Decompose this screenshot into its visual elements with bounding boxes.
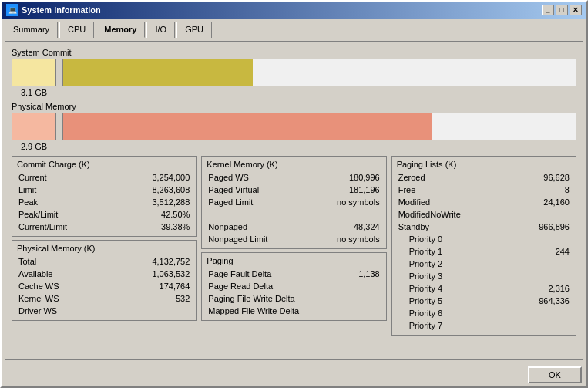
- cc-row-3: Peak/Limit 42.50%: [17, 208, 191, 221]
- physical-memory-data-title: Physical Memory (K): [17, 244, 191, 253]
- physical-memory-bar: [62, 113, 576, 140]
- km-row-2: Paged Limit no symbols: [207, 196, 381, 208]
- cc-row-2: Peak 3,512,288: [17, 196, 191, 208]
- pg-row-3: Mapped File Write Delta: [207, 305, 381, 317]
- system-commit-row: [12, 59, 576, 86]
- pl-row-11: Priority 6: [397, 307, 571, 319]
- pm-row-3: Kernel WS 532: [17, 292, 191, 305]
- physical-memory-label: Physical Memory: [12, 102, 576, 111]
- pl-row-1: Free 8: [397, 184, 571, 196]
- window: 💻 System Information _ □ ✕ Summary CPU M…: [0, 0, 588, 388]
- main-content: Summary CPU Memory I/O GPU System Commit: [2, 19, 586, 363]
- physical-memory-fill: [63, 113, 432, 140]
- pl-row-5: Priority 0: [397, 233, 571, 245]
- system-commit-value: 3.1 GB: [12, 88, 56, 97]
- tab-io[interactable]: I/O: [146, 22, 175, 38]
- pl-row-3: ModifiedNoWrite: [397, 208, 571, 221]
- paging-title: Paging: [207, 256, 381, 265]
- pm-row-4: Driver WS: [17, 305, 191, 317]
- bottom-bar: OK: [2, 363, 586, 386]
- physical-memory-group: Physical Memory 2.9 GB: [12, 102, 576, 151]
- km-row-spacer: [207, 208, 381, 221]
- kernel-memory-box: Kernel Memory (K) Paged WS 180,996 Paged…: [201, 156, 386, 249]
- column-1: Commit Charge (K) Current 3,254,000 Limi…: [12, 156, 197, 353]
- system-commit-label: System Commit: [12, 48, 576, 57]
- cc-row-1: Limit 8,263,608: [17, 184, 191, 196]
- system-commit-group: System Commit 3.1 GB: [12, 48, 576, 97]
- pl-row-9: Priority 4 2,316: [397, 282, 571, 295]
- commit-charge-title: Commit Charge (K): [17, 160, 191, 169]
- system-commit-box: [12, 59, 56, 86]
- system-commit-bar: [62, 59, 576, 86]
- cc-row-4: Current/Limit 39.38%: [17, 221, 191, 233]
- physical-memory-row: [12, 113, 576, 140]
- title-bar-left: 💻 System Information: [6, 4, 101, 16]
- tab-gpu[interactable]: GPU: [176, 22, 212, 38]
- pg-row-0: Page Fault Delta 1,138: [207, 268, 381, 280]
- km-row-4: Nonpaged 48,324: [207, 221, 381, 233]
- pl-row-7: Priority 2: [397, 258, 571, 270]
- title-bar: 💻 System Information _ □ ✕: [2, 2, 586, 19]
- pm-row-0: Total 4,132,752: [17, 255, 191, 268]
- paging-lists-title: Paging Lists (K): [397, 160, 571, 169]
- km-row-1: Paged Virtual 181,196: [207, 184, 381, 196]
- tab-memory[interactable]: Memory: [96, 22, 145, 38]
- pl-row-0: Zeroed 96,628: [397, 171, 571, 184]
- pg-row-1: Page Read Delta: [207, 280, 381, 292]
- chart-section: System Commit 3.1 GB Physical Memory: [12, 48, 576, 151]
- physical-memory-data-box: Physical Memory (K) Total 4,132,752 Avai…: [12, 240, 197, 321]
- window-icon: 💻: [6, 4, 18, 16]
- tab-summary[interactable]: Summary: [5, 22, 58, 38]
- paging-lists-box: Paging Lists (K) Zeroed 96,628 Free 8 Mo…: [391, 156, 576, 336]
- pl-row-4: Standby 966,896: [397, 221, 571, 233]
- pl-row-10: Priority 5 964,336: [397, 295, 571, 307]
- commit-charge-box: Commit Charge (K) Current 3,254,000 Limi…: [12, 156, 197, 237]
- km-row-5: Nonpaged Limit no symbols: [207, 233, 381, 245]
- ok-button[interactable]: OK: [528, 366, 582, 383]
- pl-row-2: Modified 24,160: [397, 196, 571, 208]
- kernel-memory-title: Kernel Memory (K): [207, 160, 381, 169]
- window-title: System Information: [22, 5, 101, 15]
- physical-memory-value: 2.9 GB: [12, 142, 56, 151]
- maximize-button[interactable]: □: [556, 5, 568, 15]
- km-row-0: Paged WS 180,996: [207, 171, 381, 184]
- paging-box: Paging Page Fault Delta 1,138 Page Read …: [201, 252, 386, 321]
- tab-content-memory: System Commit 3.1 GB Physical Memory: [5, 41, 583, 360]
- pl-row-6: Priority 1 244: [397, 245, 571, 258]
- pm-row-2: Cache WS 174,764: [17, 280, 191, 292]
- minimize-button[interactable]: _: [542, 5, 554, 15]
- pm-row-1: Available 1,063,532: [17, 268, 191, 280]
- cc-row-0: Current 3,254,000: [17, 171, 191, 184]
- physical-memory-box: [12, 113, 56, 140]
- system-commit-fill: [63, 59, 253, 86]
- tab-bar: Summary CPU Memory I/O GPU: [5, 22, 583, 38]
- pg-row-2: Paging File Write Delta: [207, 292, 381, 305]
- data-section: Commit Charge (K) Current 3,254,000 Limi…: [12, 156, 576, 353]
- column-3: Paging Lists (K) Zeroed 96,628 Free 8 Mo…: [391, 156, 576, 353]
- column-2: Kernel Memory (K) Paged WS 180,996 Paged…: [201, 156, 386, 353]
- pl-row-8: Priority 3: [397, 270, 571, 282]
- close-button[interactable]: ✕: [570, 5, 582, 15]
- title-controls: _ □ ✕: [542, 5, 582, 15]
- tab-cpu[interactable]: CPU: [59, 22, 94, 38]
- pl-row-12: Priority 7: [397, 319, 571, 332]
